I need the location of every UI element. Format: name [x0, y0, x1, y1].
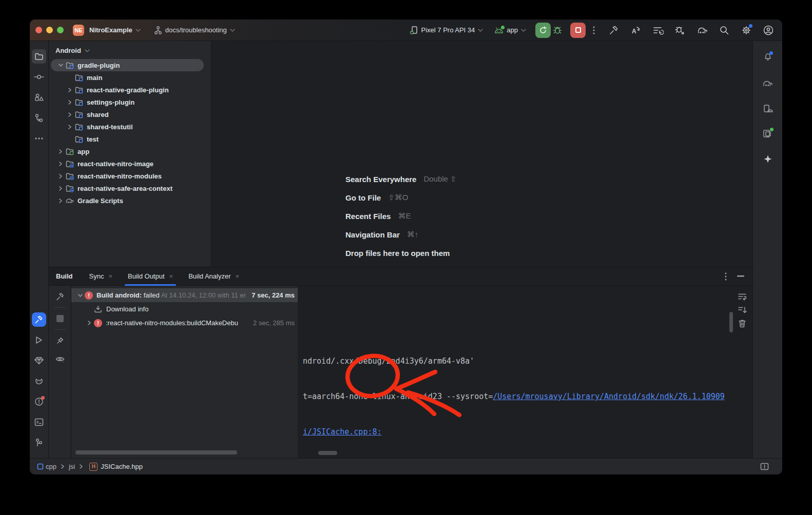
tree-item-react-native-nitro-image[interactable]: react-native-nitro-image: [49, 157, 211, 170]
close-window-button[interactable]: [35, 27, 42, 33]
restart-build-icon[interactable]: [53, 290, 67, 303]
settings-update-badge: [749, 24, 752, 28]
debug-button[interactable]: [551, 23, 564, 38]
pin-tab-icon[interactable]: [53, 334, 67, 347]
resource-manager-tool-button[interactable]: [32, 90, 46, 105]
tree-horizontal-scrollbar[interactable]: [75, 450, 237, 454]
rerun-icon: [539, 26, 547, 34]
stop-build-icon[interactable]: [53, 312, 67, 325]
more-tool-windows-button[interactable]: [32, 131, 46, 146]
chevron-right-icon[interactable]: [85, 321, 94, 325]
tree-item-app[interactable]: app: [49, 145, 211, 157]
soft-wrap-icon[interactable]: [736, 290, 749, 303]
chevron-right-icon[interactable]: [65, 125, 74, 129]
tree-item-gradle-plugin[interactable]: gradle-plugin: [51, 59, 204, 71]
pull-requests-tool-button[interactable]: [32, 111, 46, 125]
module-folder-icon: [74, 98, 84, 106]
debug-bug-icon: [552, 25, 563, 35]
folder-icon: [34, 52, 44, 61]
build-project-icon[interactable]: [608, 25, 620, 36]
hide-tool-window-icon[interactable]: [737, 275, 744, 277]
project-selector[interactable]: NitroExample: [89, 26, 141, 34]
git-branch-icon: [35, 438, 43, 447]
version-control-tool-button[interactable]: [32, 435, 46, 450]
rerun-button[interactable]: [535, 23, 551, 38]
chevron-right-icon[interactable]: [65, 112, 74, 117]
shortcut-keys: ⌘↑: [407, 230, 419, 239]
close-tab-icon[interactable]: ×: [108, 272, 112, 280]
terminal-tool-button[interactable]: [32, 415, 46, 429]
chevron-down-icon[interactable]: [56, 64, 65, 67]
library-folder-icon: [65, 172, 74, 180]
breadcrumb-file[interactable]: JSICache.hpp: [101, 463, 143, 470]
tree-item-react-native-safe-area-context[interactable]: react-native-safe-area-context: [49, 182, 211, 194]
tree-item-test[interactable]: test: [49, 133, 211, 145]
apply-changes-icon[interactable]: A: [630, 25, 642, 36]
chevron-right-icon[interactable]: [65, 88, 74, 92]
android-icon: [494, 27, 504, 34]
build-tool-button[interactable]: [32, 312, 46, 327]
project-view-selector[interactable]: Android: [49, 41, 211, 59]
chevron-right-icon[interactable]: [56, 199, 65, 203]
gemini-tool-button[interactable]: [761, 152, 775, 166]
build-root-node[interactable]: ! Build android: failed At 14.10.24, 12:…: [71, 288, 298, 302]
tree-item-shared-testutil[interactable]: shared-testutil: [49, 121, 211, 133]
chevron-right-icon[interactable]: [56, 174, 65, 179]
chevron-right-icon[interactable]: [56, 149, 65, 154]
attach-debugger-icon[interactable]: [674, 25, 686, 36]
breadcrumb-cpp[interactable]: cpp: [46, 463, 56, 470]
close-tab-icon[interactable]: ×: [169, 272, 173, 280]
status-notifications-icon[interactable]: [760, 463, 769, 471]
tree-item-main[interactable]: main: [49, 71, 211, 84]
clear-all-trash-icon[interactable]: [736, 316, 749, 330]
profile-avatar-icon[interactable]: [763, 25, 774, 36]
failed-task-node[interactable]: ! :react-native-nitro-modules:buildCMake…: [71, 316, 298, 330]
notifications-tool-button[interactable]: [761, 49, 775, 64]
running-devices-tool-button[interactable]: [761, 126, 775, 141]
tab-sync[interactable]: Sync ×: [89, 267, 113, 286]
tree-item-shared[interactable]: shared: [49, 108, 211, 121]
run-tool-button[interactable]: [32, 333, 46, 347]
breadcrumb-jsi[interactable]: jsi: [69, 463, 75, 470]
problems-tool-button[interactable]: [32, 394, 46, 409]
console-vertical-scrollbar[interactable]: [729, 312, 733, 332]
project-tool-button[interactable]: [32, 49, 46, 64]
console-file-link[interactable]: /Users/mrousavy/Library/Android/sdk/ndk/…: [493, 392, 725, 401]
library-folder-icon: [65, 160, 74, 168]
gradle-tool-button[interactable]: [761, 76, 775, 90]
search-everywhere-icon[interactable]: [719, 25, 730, 36]
vcs-branch-selector[interactable]: docs/troubleshooting: [154, 26, 235, 35]
tree-item-react-native-nitro-modules[interactable]: react-native-nitro-modules: [49, 170, 211, 182]
tree-item-gradle-scripts[interactable]: Gradle Scripts: [49, 194, 211, 207]
gradle-sync-icon[interactable]: [697, 25, 708, 36]
logcat-tool-button[interactable]: [32, 374, 46, 388]
tree-item-settings-plugin[interactable]: settings-plugin: [49, 96, 211, 108]
chevron-down-icon[interactable]: [75, 294, 85, 297]
run-configuration-selector[interactable]: app: [494, 26, 526, 34]
chevron-right-icon[interactable]: [56, 186, 65, 191]
app-quality-insights-tool-button[interactable]: [32, 353, 46, 368]
tab-build-analyzer[interactable]: Build Analyzer ×: [188, 267, 239, 286]
view-options-eye-icon[interactable]: [53, 352, 67, 366]
download-info-node[interactable]: Download info: [71, 302, 298, 316]
console-file-link[interactable]: i/JSICache.cpp:8:: [303, 427, 382, 437]
tab-build-output[interactable]: Build Output ×: [128, 267, 173, 286]
module-folder-icon: [65, 62, 74, 69]
scroll-to-end-icon[interactable]: [736, 303, 749, 316]
minimize-window-button[interactable]: [46, 27, 53, 33]
build-variants-icon[interactable]: [652, 25, 664, 36]
device-manager-tool-button[interactable]: [761, 102, 775, 116]
commit-tool-button[interactable]: [32, 70, 46, 84]
tool-window-options-icon[interactable]: [725, 272, 727, 281]
tree-item-react-native-gradle-plugin[interactable]: react-native-gradle-plugin: [49, 84, 211, 96]
console-horizontal-scrollbar[interactable]: [318, 451, 337, 455]
chevron-right-icon[interactable]: [56, 162, 65, 166]
module-folder-icon: [74, 86, 84, 94]
close-tab-icon[interactable]: ×: [236, 272, 240, 280]
more-actions-icon[interactable]: [593, 26, 595, 34]
stop-button[interactable]: [570, 23, 586, 38]
device-selector[interactable]: Pixel 7 Pro API 34: [410, 26, 484, 35]
chevron-right-icon[interactable]: [65, 100, 74, 105]
settings-gear-icon[interactable]: [741, 25, 752, 36]
zoom-window-button[interactable]: [57, 27, 64, 33]
